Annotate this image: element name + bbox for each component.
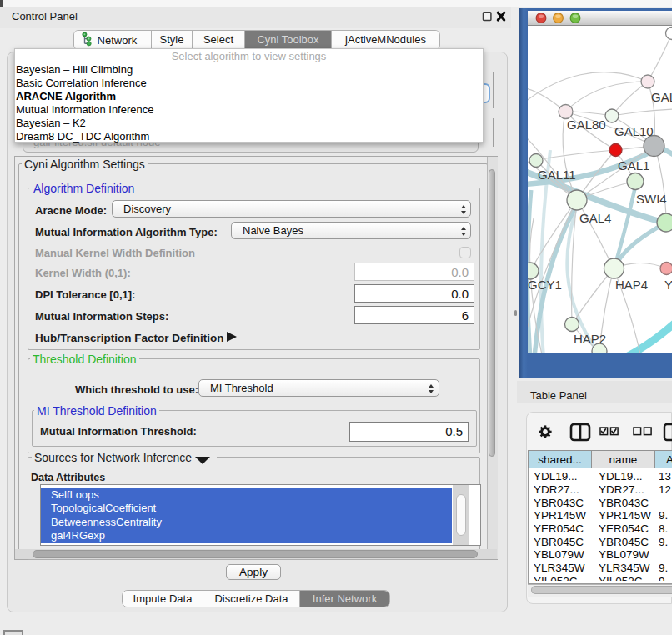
svg-text:GAL11: GAL11 xyxy=(538,168,576,182)
svg-text:GAL4: GAL4 xyxy=(579,211,611,225)
svg-text:GAL10: GAL10 xyxy=(614,124,654,138)
svg-text:SWI4: SWI4 xyxy=(636,192,667,206)
svg-text:Y: Y xyxy=(664,278,672,292)
svg-text:GCY1: GCY1 xyxy=(528,278,562,292)
svg-text:GAL7: GAL7 xyxy=(651,90,672,104)
svg-text:GAL80: GAL80 xyxy=(567,118,606,132)
svg-text:HAP4: HAP4 xyxy=(615,278,648,292)
svg-text:HAP2: HAP2 xyxy=(574,332,606,346)
svg-text:GAL1: GAL1 xyxy=(618,158,649,172)
